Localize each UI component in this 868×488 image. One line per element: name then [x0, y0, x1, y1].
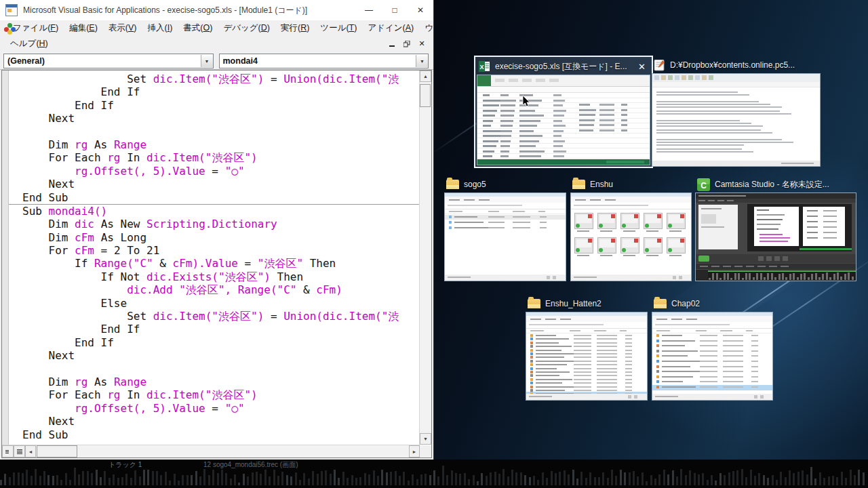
menu-1[interactable]: 編集(E): [64, 20, 102, 36]
waveform-bar: [832, 476, 834, 485]
waveform-bar: [35, 469, 37, 485]
scroll-down-icon[interactable]: ▼: [420, 433, 431, 445]
procedure-view-button[interactable]: [2, 445, 14, 458]
waveform-bar: [47, 475, 50, 485]
decor-bar: [625, 353, 632, 354]
scroll-up-icon[interactable]: ▲: [420, 70, 431, 82]
menu-5[interactable]: デバッグ(D): [218, 20, 275, 36]
vertical-scrollbar[interactable]: ▲ ▼: [419, 70, 431, 445]
waveform-bar: [160, 475, 162, 485]
card-title: sogo5: [464, 180, 564, 189]
decor-bar: [783, 256, 788, 261]
mdi-minimize-icon[interactable]: [387, 41, 397, 47]
decor-bar: [701, 226, 724, 228]
close-button[interactable]: ✕: [408, 0, 433, 20]
menu-8[interactable]: アドイン(A): [363, 20, 418, 36]
mini-wave-bar: [811, 274, 813, 280]
waveform-bar: [580, 472, 583, 485]
code-line: dic.Add "渋谷区", Range("C" & cFm): [22, 283, 419, 296]
mini-wave-bar: [844, 274, 846, 280]
scroll-track: [77, 445, 409, 458]
card-close-icon[interactable]: ✕: [635, 62, 648, 72]
code-line: For cFm = 2 To 21: [22, 244, 419, 257]
decor-bar: [700, 386, 717, 388]
mini-wave-bar: [727, 273, 729, 280]
waveform-bar: [143, 470, 145, 485]
menu-4[interactable]: 書式(O): [178, 20, 217, 36]
card-thumbnail[interactable]: [526, 312, 648, 401]
waveform-bar: [234, 474, 236, 485]
card-thumbnail[interactable]: [570, 192, 692, 281]
full-module-view-button[interactable]: [14, 445, 25, 458]
task-view-card-excel[interactable]: Xexecise-sogo5.xls [互換モード] - E...✕: [474, 56, 653, 168]
record-button: [698, 256, 709, 262]
decor-bar: [574, 386, 591, 388]
mdi-close-icon[interactable]: ✕: [417, 39, 427, 48]
card-thumbnail[interactable]: [695, 192, 856, 281]
decor-bar: [823, 237, 837, 239]
code-text-area[interactable]: Set dic.Item("渋谷区") = Union(dic.Item("渋 …: [9, 73, 419, 444]
minimize-button[interactable]: —: [356, 0, 382, 20]
mdi-restore-icon[interactable]: [402, 41, 412, 47]
decor-bar: [700, 381, 717, 382]
vertical-scroll-thumb[interactable]: [420, 84, 431, 107]
menu-2[interactable]: 表示(V): [104, 20, 142, 36]
menu-7[interactable]: ツール(T): [315, 20, 361, 36]
vbe-app-icon: [5, 4, 18, 16]
code-window[interactable]: Set dic.Item("渋谷区") = Union(dic.Item("渋 …: [1, 70, 432, 458]
explorer-content: [445, 209, 566, 274]
waveform-bar: [459, 474, 461, 485]
svg-text:X: X: [479, 64, 484, 70]
card-thumbnail[interactable]: [652, 73, 821, 167]
task-view-card-camtasia[interactable]: CCamtasia Studio - 名称未設定...: [695, 176, 856, 281]
decor-bar: [656, 142, 793, 143]
scroll-left-icon[interactable]: ◄: [25, 445, 36, 458]
decor-bar: [445, 197, 566, 203]
waveform-bar: [100, 477, 102, 485]
task-view-card-sogo5[interactable]: sogo5: [444, 176, 566, 281]
waveform-bar: [199, 476, 201, 485]
waveform-bar: [260, 474, 262, 485]
decor-bar: [757, 224, 781, 225]
menu-6[interactable]: 実行(R): [276, 20, 314, 36]
card-title: Chap02: [671, 299, 771, 308]
maximize-button[interactable]: □: [382, 0, 408, 20]
decor-bar: [530, 378, 533, 381]
decor-bar: [652, 82, 821, 87]
task-view-card-chap02[interactable]: Chap02: [652, 296, 773, 401]
clip-bin-pane: [698, 205, 738, 249]
decor-bar: [751, 355, 758, 357]
waveform-bar: [863, 472, 865, 485]
decor-bar: [757, 214, 785, 216]
decor-bar: [536, 379, 572, 380]
object-dropdown-value: (General): [4, 56, 201, 66]
scroll-right-icon[interactable]: ►: [409, 445, 420, 458]
decor-bar: [513, 216, 530, 218]
card-thumbnail[interactable]: [477, 75, 650, 165]
decor-bar: [625, 368, 632, 369]
card-thumbnail[interactable]: [652, 312, 773, 401]
task-view-card-enshu[interactable]: Enshu: [570, 176, 692, 281]
menu-3[interactable]: 挿入(I): [143, 20, 178, 36]
waveform-bar: [511, 470, 513, 485]
card-thumbnail[interactable]: [444, 192, 566, 281]
decor-bar: [652, 87, 821, 87]
explorer-statusbar: [652, 394, 772, 400]
decor-bar: [625, 386, 632, 388]
code-margin-strip: [2, 70, 9, 445]
horizontal-scroll-thumb[interactable]: [37, 445, 77, 458]
menu-help[interactable]: ヘルプ(H): [5, 36, 53, 52]
waveform-bar: [303, 473, 305, 485]
waveform-bar: [330, 474, 332, 485]
task-view-card-hatten2[interactable]: Enshu_Hatten2: [526, 296, 648, 401]
decor-bar: [760, 234, 783, 235]
dropdown-arrow-icon[interactable]: ▼: [201, 55, 213, 67]
menu-0[interactable]: ファイル(F): [8, 20, 63, 36]
decor-bar: [723, 376, 743, 378]
object-dropdown[interactable]: (General) ▼: [3, 54, 214, 68]
procedure-dropdown[interactable]: mondai4 ▼: [219, 54, 429, 68]
decor-bar: [574, 368, 591, 369]
horizontal-scrollbar[interactable]: ◄ ►: [2, 445, 420, 458]
task-view-card-editor[interactable]: D:¥Dropbox¥contents.online.pc5...: [652, 57, 821, 167]
dropdown-arrow-icon[interactable]: ▼: [416, 55, 428, 67]
